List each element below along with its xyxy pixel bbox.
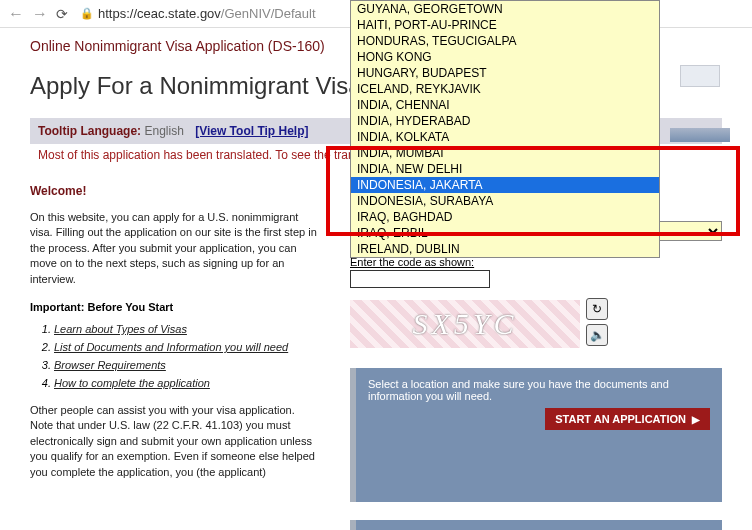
dropdown-item[interactable]: INDIA, HYDERABAD bbox=[351, 113, 659, 129]
header-gradient bbox=[670, 128, 730, 142]
captcha-input[interactable] bbox=[350, 270, 490, 288]
assist-text: Other people can assist you with your vi… bbox=[30, 403, 320, 480]
step-link[interactable]: Learn about Types of Visas bbox=[54, 323, 187, 335]
list-item: Browser Requirements bbox=[54, 359, 320, 371]
tooltip-label: Tooltip Language: bbox=[38, 124, 141, 138]
tooltip-language: English bbox=[144, 124, 183, 138]
dropdown-item[interactable]: INDIA, NEW DELHI bbox=[351, 161, 659, 177]
tab-stub bbox=[680, 65, 720, 87]
dropdown-item[interactable]: INDIA, MUMBAI bbox=[351, 145, 659, 161]
dropdown-item[interactable]: INDIA, CHENNAI bbox=[351, 97, 659, 113]
location-dropdown[interactable]: GUYANA, GEORGETOWNHAITI, PORT-AU-PRINCEH… bbox=[350, 0, 660, 258]
start-panel-text: Select a location and make sure you have… bbox=[368, 378, 710, 402]
dropdown-item[interactable]: HONDURAS, TEGUCIGALPA bbox=[351, 33, 659, 49]
url-path: /GenNIV/Default bbox=[221, 6, 316, 21]
list-item: How to complete the application bbox=[54, 377, 320, 389]
refresh-icon: ↻ bbox=[592, 302, 602, 316]
captcha-image: SX5YC bbox=[350, 300, 580, 348]
intro-text: On this website, you can apply for a U.S… bbox=[30, 210, 320, 287]
start-button-label: START AN APPLICATION bbox=[555, 413, 686, 425]
dropdown-item[interactable]: IRAQ, BAGHDAD bbox=[351, 209, 659, 225]
lock-icon: 🔒 bbox=[80, 7, 94, 20]
step-link[interactable]: Browser Requirements bbox=[54, 359, 166, 371]
dropdown-item[interactable]: INDIA, KOLKATA bbox=[351, 129, 659, 145]
captcha-refresh-button[interactable]: ↻ bbox=[586, 298, 608, 320]
dropdown-item[interactable]: INDONESIA, JAKARTA bbox=[351, 177, 659, 193]
dropdown-item[interactable]: HONG KONG bbox=[351, 49, 659, 65]
tooltip-help-link[interactable]: [View Tool Tip Help] bbox=[195, 124, 308, 138]
step-link[interactable]: How to complete the application bbox=[54, 377, 210, 389]
dropdown-item[interactable]: IRAQ, ERBIL bbox=[351, 225, 659, 241]
url-host: https://ceac.state.gov bbox=[98, 6, 221, 21]
dropdown-item[interactable]: GUYANA, GEORGETOWN bbox=[351, 1, 659, 17]
list-item: Learn about Types of Visas bbox=[54, 323, 320, 335]
dropdown-item[interactable]: HUNGARY, BUDAPEST bbox=[351, 65, 659, 81]
welcome-heading: Welcome! bbox=[30, 184, 320, 198]
important-heading: Important: Before You Start bbox=[30, 301, 320, 313]
address-bar[interactable]: https://ceac.state.gov/GenNIV/Default bbox=[98, 6, 316, 21]
dropdown-item[interactable]: IRELAND, DUBLIN bbox=[351, 241, 659, 257]
triangle-right-icon: ▶ bbox=[692, 414, 700, 425]
start-application-button[interactable]: START AN APPLICATION ▶ bbox=[545, 408, 710, 430]
back-icon: ← bbox=[8, 5, 24, 23]
step-link[interactable]: List of Documents and Information you wi… bbox=[54, 341, 288, 353]
captcha-audio-button[interactable]: 🔈 bbox=[586, 324, 608, 346]
reload-icon[interactable]: ⟳ bbox=[56, 6, 68, 22]
dropdown-item[interactable]: HAITI, PORT-AU-PRINCE bbox=[351, 17, 659, 33]
audio-icon: 🔈 bbox=[590, 328, 605, 342]
start-panel: Select a location and make sure you have… bbox=[350, 368, 722, 502]
list-item: List of Documents and Information you wi… bbox=[54, 341, 320, 353]
dropdown-item[interactable]: INDONESIA, SURABAYA bbox=[351, 193, 659, 209]
forward-icon: → bbox=[32, 5, 48, 23]
dropdown-item[interactable]: ICELAND, REYKJAVIK bbox=[351, 81, 659, 97]
upload-panel: Select a location then select an applica… bbox=[350, 520, 722, 530]
steps-list: Learn about Types of Visas List of Docum… bbox=[54, 323, 320, 389]
